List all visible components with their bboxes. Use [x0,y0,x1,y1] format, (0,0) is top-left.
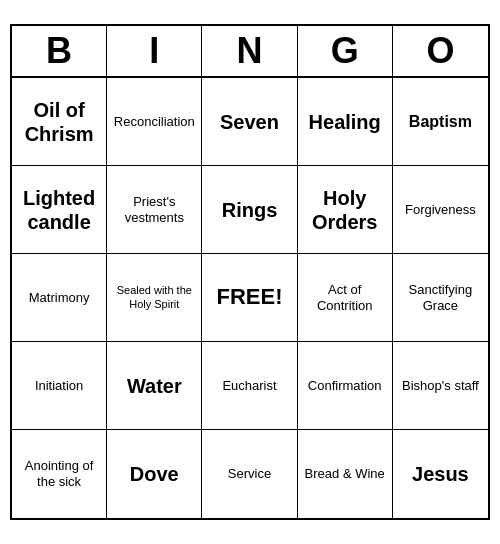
cell-text: Rings [222,198,278,222]
bingo-cell: Matrimony [12,254,107,342]
cell-text: Matrimony [29,290,90,306]
bingo-cell: Eucharist [202,342,297,430]
cell-text: Priest's vestments [110,194,198,225]
cell-text: Seven [220,110,279,134]
cell-text: Forgiveness [405,202,476,218]
bingo-cell: Seven [202,78,297,166]
cell-text: Service [228,466,271,482]
bingo-cell: Sealed with the Holy Spirit [107,254,202,342]
cell-text: Baptism [409,112,472,131]
bingo-cell: Initiation [12,342,107,430]
cell-text: Jesus [412,462,469,486]
cell-text: Act of Contrition [301,282,389,313]
bingo-cell: Forgiveness [393,166,488,254]
cell-text: Anointing of the sick [15,458,103,489]
header-letter: B [12,26,107,76]
cell-text: Bishop's staff [402,378,479,394]
bingo-cell: Baptism [393,78,488,166]
cell-text: Holy Orders [301,186,389,234]
bingo-cell: Rings [202,166,297,254]
cell-text: Sanctifying Grace [396,282,485,313]
bingo-cell: Dove [107,430,202,518]
bingo-cell: Holy Orders [298,166,393,254]
cell-text: Water [127,374,182,398]
cell-text: Eucharist [222,378,276,394]
bingo-cell: Oil of Chrism [12,78,107,166]
header-letter: N [202,26,297,76]
cell-text: Dove [130,462,179,486]
cell-text: Sealed with the Holy Spirit [110,284,198,310]
cell-text: Initiation [35,378,83,394]
bingo-cell: Sanctifying Grace [393,254,488,342]
bingo-cell: Anointing of the sick [12,430,107,518]
bingo-cell: Jesus [393,430,488,518]
header-letter: G [298,26,393,76]
bingo-cell: Service [202,430,297,518]
cell-text: Oil of Chrism [15,98,103,146]
header-letter: O [393,26,488,76]
bingo-cell: Water [107,342,202,430]
bingo-cell: Priest's vestments [107,166,202,254]
bingo-header: BINGO [12,26,488,78]
bingo-cell: Bread & Wine [298,430,393,518]
cell-text: Reconciliation [114,114,195,130]
bingo-cell: Reconciliation [107,78,202,166]
bingo-cell: Healing [298,78,393,166]
cell-text: Bread & Wine [305,466,385,482]
cell-text: Healing [309,110,381,134]
bingo-cell: Confirmation [298,342,393,430]
bingo-cell: Act of Contrition [298,254,393,342]
bingo-cell: FREE! [202,254,297,342]
cell-text: Confirmation [308,378,382,394]
header-letter: I [107,26,202,76]
cell-text: Lighted candle [15,186,103,234]
bingo-cell: Bishop's staff [393,342,488,430]
bingo-card: BINGO Oil of ChrismReconciliationSevenHe… [10,24,490,520]
bingo-grid: Oil of ChrismReconciliationSevenHealingB… [12,78,488,518]
bingo-cell: Lighted candle [12,166,107,254]
cell-text: FREE! [216,284,282,310]
